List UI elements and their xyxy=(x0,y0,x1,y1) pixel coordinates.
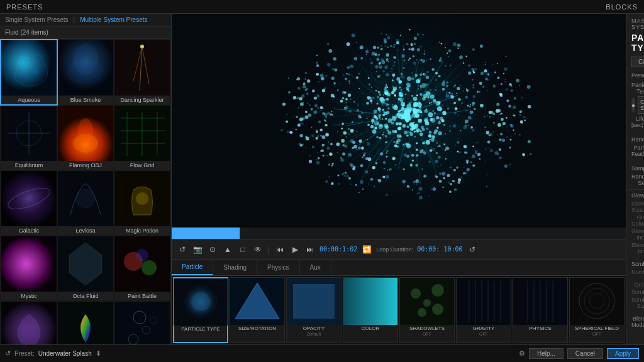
scrubblets-title: Scrubblets xyxy=(631,261,639,267)
preset-item-mystic[interactable]: Mystic xyxy=(1,236,57,300)
preset-thumb xyxy=(114,106,170,161)
glow-label: Glow Int: xyxy=(631,228,644,241)
svg-point-17 xyxy=(78,118,93,143)
thumb-card-label: COLOR xyxy=(361,325,380,332)
loop-time: 00:00: 10:00 xyxy=(417,246,462,253)
preset-thumb xyxy=(1,40,57,96)
preset-thumb xyxy=(58,106,113,161)
preset-item-rainbow-drop[interactable]: Rainbow Drop xyxy=(58,302,113,344)
preset-item-aqueous[interactable]: Aqueous xyxy=(1,40,57,104)
preset-item-flaming-obj[interactable]: Flaming OBJ xyxy=(58,106,113,170)
tab-multiple-system[interactable]: Multiple System Presets xyxy=(80,16,147,23)
glow-label: Glow Colour: xyxy=(631,214,644,227)
thumb-card-image xyxy=(343,278,397,325)
undo-icon[interactable]: ↺ xyxy=(5,349,11,358)
thumb-card-spherical-field[interactable]: SPHERICAL FIELDOFF xyxy=(569,277,625,343)
tab-single-system[interactable]: Single System Presets xyxy=(5,16,69,23)
glow-section: Glow Glow Size:300Glow Colour:25Glow Int… xyxy=(626,190,644,258)
mountain-btn[interactable]: ▲ xyxy=(222,244,233,255)
life-label: Life [sec]: xyxy=(631,116,644,128)
tab-particle[interactable]: Particle xyxy=(172,260,213,275)
next-btn[interactable]: ⏭ xyxy=(304,244,316,255)
thumb-card-opacity[interactable]: OPACITYDefault xyxy=(286,277,341,343)
svg-point-55 xyxy=(423,299,431,307)
preset-label: Flow Grid xyxy=(114,161,170,170)
scrubblet-row: Number of Group:7 xyxy=(631,269,639,288)
preset-item-galactic[interactable]: Galactic xyxy=(1,171,57,235)
reset-transport-btn[interactable]: ↺ xyxy=(467,244,478,255)
scrubblet-label: Scrubb Size: xyxy=(631,297,644,309)
preset-label: Aqueous xyxy=(1,96,57,104)
thumb-card-physics[interactable]: PHYSICS xyxy=(513,277,568,343)
svg-rect-52 xyxy=(343,278,397,325)
preset-item-rising-bubbles[interactable]: Rising Bubbles xyxy=(114,302,170,344)
preset-thumb xyxy=(1,302,57,344)
svg-point-10 xyxy=(140,45,144,48)
thumb-card-image xyxy=(400,278,454,325)
presets-header: Single System Presets | Multiple System … xyxy=(0,14,171,26)
preset-label: Dancing Sparkler xyxy=(114,96,170,104)
preset-item-blue-smoke[interactable]: Blue Smoke xyxy=(58,40,113,104)
cancel-btn[interactable]: Cancel xyxy=(567,348,603,359)
eye-btn[interactable]: 👁 xyxy=(252,244,264,255)
svg-rect-72 xyxy=(570,278,624,325)
sep1 xyxy=(269,245,269,254)
thumb-card-color[interactable]: COLOR xyxy=(343,277,398,343)
preset-item-equilibrium[interactable]: Equilibrium xyxy=(1,106,57,170)
undo-btn[interactable]: ↺ xyxy=(177,244,188,255)
thumb-card-sublabel: Default xyxy=(303,332,325,337)
thumb-card-label: SPHERICAL FIELDOFF xyxy=(574,325,619,337)
preset-list-header: Fluid (24 items) xyxy=(0,26,171,39)
preset-label: Equilibrium xyxy=(1,161,57,170)
glow-row: Glow Size:300 xyxy=(631,200,639,213)
preset-item-magic-potion[interactable]: Magic Potion xyxy=(114,171,170,235)
time-sampling-label: Time Sampling: xyxy=(631,159,644,172)
save-icon[interactable]: ⬇ xyxy=(96,349,101,358)
preset-label: Octa Fluid xyxy=(58,292,113,300)
thumb-card-shadowlets[interactable]: SHADOWLETSOFF xyxy=(399,277,455,343)
thumb-card-image xyxy=(457,278,511,325)
preset-thumb xyxy=(58,236,113,292)
preset-grid: AqueousBlue SmokeDancing SparklerEquilib… xyxy=(0,39,171,344)
preset-item-levlosa[interactable]: Levlosa xyxy=(58,171,113,235)
play-btn[interactable]: ▶ xyxy=(289,244,301,255)
svg-point-30 xyxy=(136,192,148,205)
loop-btn[interactable]: 🔁 xyxy=(361,244,372,255)
square-btn[interactable]: □ xyxy=(237,244,248,255)
apply-btn[interactable]: Apply xyxy=(607,348,639,359)
tab-physics[interactable]: Physics xyxy=(257,260,299,275)
particle-feather-label: Particle Feather: xyxy=(631,145,644,157)
preset-thumb xyxy=(58,302,113,344)
svg-point-1 xyxy=(18,57,28,67)
svg-point-5 xyxy=(67,59,104,84)
thumb-card-size/rotation[interactable]: SIZE/ROTATION xyxy=(230,277,285,343)
preset-item-flow-grid[interactable]: Flow Grid xyxy=(114,106,170,170)
preset-item-phantom[interactable]: Phantom xyxy=(1,302,57,344)
preset-item-octa-fluid[interactable]: Octa Fluid xyxy=(58,236,113,300)
prev-btn[interactable]: ⏮ xyxy=(274,244,286,255)
camera-btn[interactable]: 📷 xyxy=(192,244,203,255)
tab-shading[interactable]: Shading xyxy=(213,260,257,275)
preset-item-dancing-sparkler[interactable]: Dancing Sparkler xyxy=(114,40,170,104)
choose-sprite-btn[interactable]: Choose Sprite... xyxy=(638,96,644,114)
life-random-label: Life Random xyxy=(631,130,644,143)
main-area: Single System Presets | Multiple System … xyxy=(0,14,644,344)
tab-aux[interactable]: Aux xyxy=(300,260,331,275)
preset-thumb xyxy=(1,106,57,161)
settings-icon[interactable]: ⚙ xyxy=(519,349,525,358)
svg-point-37 xyxy=(136,249,148,261)
top-bar: PRESETS BLOCKS xyxy=(0,0,644,14)
app-container: PRESETS BLOCKS Single System Presets | M… xyxy=(0,0,644,362)
thumb-card-label: SIZE/ROTATION xyxy=(238,325,277,332)
scrubblet-label: Scrubb: xyxy=(631,289,644,295)
thumb-card-gravity[interactable]: GRAVITYOFF xyxy=(456,277,511,343)
thumb-card-particle-type[interactable]: PARTICLE TYPE xyxy=(173,277,228,343)
circle-btn[interactable]: ⊙ xyxy=(207,244,218,255)
preset-thumb xyxy=(114,302,170,344)
preset-item-paint-battle[interactable]: Paint Battle xyxy=(114,236,170,300)
svg-point-54 xyxy=(411,288,421,299)
copy-btn[interactable]: Copy xyxy=(631,57,644,67)
preset-thumb xyxy=(58,171,113,226)
sprite-icon: ● xyxy=(631,97,635,112)
help-btn[interactable]: Help... xyxy=(529,348,564,359)
